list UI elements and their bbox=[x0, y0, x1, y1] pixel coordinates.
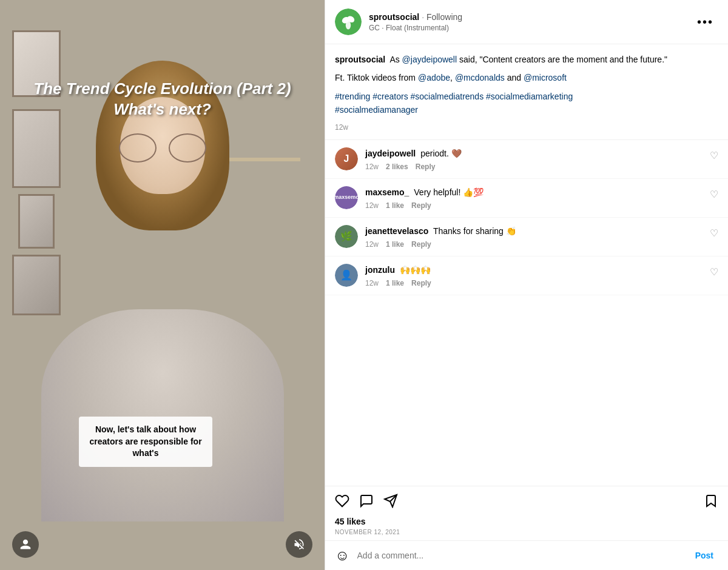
post-hashtags: #trending #creators #socialmediatrends #… bbox=[335, 90, 718, 117]
wall-frame-3 bbox=[18, 194, 55, 249]
heart-icon-2[interactable]: ♡ bbox=[710, 189, 718, 200]
likes-count: 45 likes bbox=[335, 517, 718, 526]
comment-text-3: jeanettevelasco Thanks for sharing 👏 bbox=[365, 225, 718, 238]
mute-button[interactable] bbox=[286, 531, 312, 558]
post-comment-button[interactable]: Post bbox=[690, 548, 718, 563]
post-date: NOVEMBER 12, 2021 bbox=[335, 529, 718, 535]
header-info: sproutsocial · Following GC · Float (Ins… bbox=[369, 12, 692, 33]
following-label: Following bbox=[426, 12, 462, 22]
comment-content-1: jaydeipowell periodt. 🤎 12w 2 likes Repl… bbox=[365, 147, 718, 171]
video-panel: The Trend Cycle Evolution (Part 2) What'… bbox=[0, 0, 325, 570]
comment-reply-2[interactable]: Reply bbox=[411, 201, 431, 210]
glasses bbox=[114, 133, 211, 164]
comment-reply-4[interactable]: Reply bbox=[411, 279, 431, 287]
profile-button[interactable] bbox=[12, 531, 39, 558]
header-subtitle: GC · Float (Instrumental) bbox=[369, 24, 692, 32]
comment-body-1: periodt. 🤎 bbox=[420, 149, 462, 158]
save-button[interactable] bbox=[704, 494, 718, 512]
comment-avatar-maxsemo: maxsemo bbox=[335, 186, 358, 209]
hashtag-creators[interactable]: #creators bbox=[372, 92, 408, 101]
comment-time-3: 12w bbox=[365, 240, 379, 249]
comment-reply-3[interactable]: Reply bbox=[411, 240, 431, 249]
comment-reply-1[interactable]: Reply bbox=[416, 163, 436, 171]
video-controls bbox=[0, 531, 325, 558]
person-icon bbox=[19, 538, 32, 551]
action-icons bbox=[335, 494, 718, 512]
comment-avatar-jonzulu: 👤 bbox=[335, 264, 358, 287]
comment-author-2: maxsemo_ bbox=[365, 187, 409, 197]
instagram-panel: sproutsocial · Following GC · Float (Ins… bbox=[325, 0, 728, 570]
comment-item: 🌿 jeanettevelasco Thanks for sharing 👏 1… bbox=[325, 218, 728, 256]
post-username: sproutsocial bbox=[335, 55, 385, 64]
comment-likes-1: 2 likes bbox=[386, 163, 408, 171]
comment-content-3: jeanettevelasco Thanks for sharing 👏 12w… bbox=[365, 225, 718, 249]
comment-button[interactable] bbox=[359, 494, 374, 512]
comment-author-3: jeanettevelasco bbox=[365, 226, 428, 236]
heart-icon bbox=[335, 494, 349, 508]
video-title: The Trend Cycle Evolution (Part 2) What'… bbox=[0, 79, 325, 120]
hashtag-socialmediamarketing[interactable]: #socialmediamarketing bbox=[486, 92, 573, 101]
more-options-button[interactable]: ••• bbox=[692, 13, 718, 32]
post-ft-line: Ft. Tiktok videos from @adobe, @mcdonald… bbox=[335, 71, 718, 84]
mention-microsoft[interactable]: @microsoft bbox=[524, 73, 567, 82]
mute-icon bbox=[293, 538, 305, 551]
comment-likes-4: 1 like bbox=[386, 279, 404, 287]
comment-content-4: jonzulu 🙌🙌🙌 12w 1 like Reply bbox=[365, 264, 718, 287]
heart-icon-1[interactable]: ♡ bbox=[710, 150, 718, 161]
hashtag-trending[interactable]: #trending bbox=[335, 92, 370, 101]
comment-meta-4: 12w 1 like Reply bbox=[365, 279, 718, 287]
mention-jaydei[interactable]: @jaydeipowell bbox=[402, 55, 457, 64]
comment-meta-3: 12w 1 like Reply bbox=[365, 240, 718, 249]
video-caption: Now, let's talk about how creators are r… bbox=[79, 417, 212, 467]
comment-body-4: 🙌🙌🙌 bbox=[400, 265, 431, 275]
comment-input[interactable] bbox=[357, 551, 690, 560]
comment-author-1: jaydeipowell bbox=[365, 149, 416, 158]
post-header: sproutsocial · Following GC · Float (Ins… bbox=[325, 0, 728, 44]
maxsemo-avatar-bg: maxsemo bbox=[335, 186, 358, 209]
heart-icon-4[interactable]: ♡ bbox=[710, 266, 718, 278]
action-left bbox=[335, 494, 398, 512]
sprout-avatar-bg bbox=[335, 8, 362, 35]
person-body bbox=[41, 309, 284, 521]
dot-separator: · bbox=[422, 12, 424, 22]
comment-meta-2: 12w 1 like Reply bbox=[365, 201, 718, 210]
mention-mcdonalds[interactable]: @mcdonalds bbox=[455, 73, 505, 82]
comment-item: maxsemo maxsemo_ Very helpful! 👍💯 12w 1 … bbox=[325, 179, 728, 218]
header-username: sproutsocial bbox=[369, 12, 419, 22]
jonzulu-avatar-bg: 👤 bbox=[335, 264, 358, 287]
comment-text-1: jaydeipowell periodt. 🤎 bbox=[365, 147, 718, 160]
comment-input-area: ☺ Post bbox=[325, 540, 728, 570]
jaydei-avatar-bg: J bbox=[335, 147, 358, 170]
heart-icon-3[interactable]: ♡ bbox=[710, 227, 718, 239]
hashtag-socialmediatrends[interactable]: #socialmediatrends bbox=[411, 92, 484, 101]
comment-time-4: 12w bbox=[365, 279, 379, 287]
bookmark-icon bbox=[704, 494, 718, 508]
brand-avatar bbox=[335, 8, 362, 35]
wall-frame-2 bbox=[12, 109, 61, 188]
like-button[interactable] bbox=[335, 494, 349, 512]
post-text: sproutsocial As @jaydeipowell said, "Con… bbox=[335, 53, 718, 66]
wall-frame-4 bbox=[12, 255, 61, 315]
comment-item: 👤 jonzulu 🙌🙌🙌 12w 1 like Reply ♡ bbox=[325, 256, 728, 295]
emoji-button[interactable]: ☺ bbox=[335, 547, 350, 564]
comment-content-2: maxsemo_ Very helpful! 👍💯 12w 1 like Rep… bbox=[365, 186, 718, 210]
comment-text-4: jonzulu 🙌🙌🙌 bbox=[365, 264, 718, 277]
mention-adobe[interactable]: @adobe bbox=[418, 73, 450, 82]
action-bar: 45 likes NOVEMBER 12, 2021 bbox=[325, 486, 728, 540]
comment-time-2: 12w bbox=[365, 201, 379, 210]
post-time: 12w bbox=[335, 122, 718, 133]
hashtag-socialmediamanager[interactable]: #socialmediamanager bbox=[335, 105, 418, 115]
comment-avatar-jeanette: 🌿 bbox=[335, 225, 358, 248]
comment-likes-2: 1 like bbox=[386, 201, 404, 210]
jeanette-avatar-bg: 🌿 bbox=[335, 225, 358, 248]
comment-likes-3: 1 like bbox=[386, 240, 404, 249]
header-top-line: sproutsocial · Following bbox=[369, 12, 692, 24]
comment-icon bbox=[359, 494, 374, 508]
post-body: sproutsocial As @jaydeipowell said, "Con… bbox=[325, 44, 728, 140]
post-body-text: As @jaydeipowell said, "Content creators… bbox=[389, 55, 667, 64]
comment-author-4: jonzulu bbox=[365, 265, 395, 275]
comment-body-3: Thanks for sharing 👏 bbox=[433, 226, 516, 236]
share-button[interactable] bbox=[383, 494, 398, 512]
comment-body-2: Very helpful! 👍💯 bbox=[414, 187, 484, 197]
comment-avatar-jaydei: J bbox=[335, 147, 358, 170]
